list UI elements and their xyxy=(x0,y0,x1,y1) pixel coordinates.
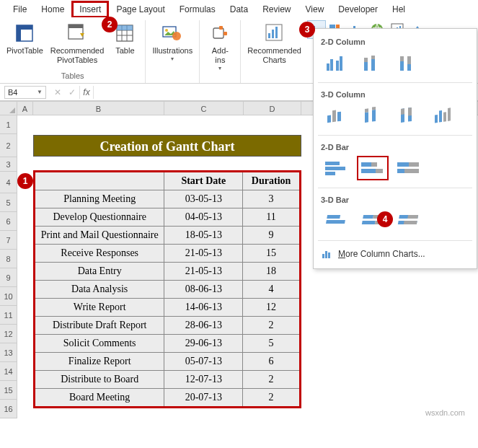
cell-start[interactable]: 21-05-13 xyxy=(164,263,243,281)
rec-charts-button[interactable]: Recommended Charts xyxy=(245,20,304,66)
select-all-button[interactable] xyxy=(0,102,17,115)
cell-dur[interactable]: 5 xyxy=(243,335,301,353)
chart-type-menu: 2-D Column 3-D Column 2-D Bar 4 3-D Bar … xyxy=(313,28,477,269)
cell-start[interactable]: 14-06-13 xyxy=(164,299,243,317)
cell-start[interactable]: 20-07-13 xyxy=(164,389,243,408)
addins-label: Add- ins xyxy=(212,46,229,65)
cell-task[interactable]: Develop Questionnaire xyxy=(35,208,164,227)
tab-insert[interactable]: Insert xyxy=(71,1,109,18)
cell-dur[interactable]: 3 xyxy=(243,190,301,208)
cell-task[interactable]: Solicit Comments xyxy=(35,335,164,353)
cell-task[interactable]: Distribute to Board xyxy=(35,371,164,389)
th-dur[interactable]: Duration xyxy=(243,172,301,190)
more-column-charts-button[interactable]: MMore Column Charts...ore Column Charts.… xyxy=(314,244,477,264)
cell-start[interactable]: 12-07-13 xyxy=(164,371,243,389)
clustered-column-option[interactable] xyxy=(321,50,353,75)
heading-3d-column: 3-D Column xyxy=(314,86,477,102)
illustrations-button[interactable]: Illustrations ▾ xyxy=(150,20,195,64)
cell-start[interactable]: 21-05-13 xyxy=(164,245,243,263)
tab-formulas[interactable]: Formulas xyxy=(172,1,223,17)
svg-point-12 xyxy=(165,29,168,32)
tab-review[interactable]: Review xyxy=(255,1,298,17)
tab-help[interactable]: Hel xyxy=(385,1,412,17)
cell-dur[interactable]: 18 xyxy=(243,263,301,281)
illustrations-label: Illustrations xyxy=(153,46,193,56)
tab-view[interactable]: View xyxy=(298,1,332,17)
pivottable-button[interactable]: PivotTable xyxy=(4,20,45,57)
group-tables-label: Tables xyxy=(4,70,141,83)
col-B[interactable]: B xyxy=(33,102,164,115)
cell-start[interactable]: 29-06-13 xyxy=(164,335,243,353)
cell-task[interactable]: Write Report xyxy=(35,299,164,317)
cell-task[interactable]: Data Analysis xyxy=(35,281,164,299)
cell-task[interactable]: Distribute Draft Report xyxy=(35,317,164,335)
cell-start[interactable]: 18-05-13 xyxy=(164,227,243,245)
svg-rect-16 xyxy=(223,32,227,35)
sheet-content: Creation of Gantt Chart Start Date Durat… xyxy=(33,115,301,408)
clustered-bar-option[interactable] xyxy=(321,156,353,180)
cell-dur[interactable]: 2 xyxy=(243,317,301,335)
table-row: Distribute Draft Report28-06-132 xyxy=(35,317,301,335)
fx-button[interactable]: fx xyxy=(79,86,94,99)
addins-button[interactable]: Add- ins ▾ xyxy=(204,20,236,74)
cell-task[interactable]: Board Meeting xyxy=(35,389,164,408)
cell-start[interactable]: 04-05-13 xyxy=(164,208,243,227)
cell-dur[interactable]: 4 xyxy=(243,281,301,299)
th-start[interactable]: Start Date xyxy=(164,172,243,190)
cell-dur[interactable]: 2 xyxy=(243,389,301,408)
group-tables: PivotTable Recommended PivotTables Table… xyxy=(0,20,146,83)
formula-cancel-icon: ✕ xyxy=(50,86,65,99)
cell-start[interactable]: 03-05-13 xyxy=(164,190,243,208)
svg-rect-73 xyxy=(404,169,419,173)
svg-rect-37 xyxy=(330,59,333,71)
tab-home[interactable]: Home xyxy=(34,1,71,17)
cell-task[interactable]: Planning Meeting xyxy=(35,190,164,208)
cell-dur[interactable]: 2 xyxy=(243,371,301,389)
col-D[interactable]: D xyxy=(244,102,301,115)
3d-stacked100-column-option[interactable] xyxy=(393,103,425,128)
svg-rect-78 xyxy=(362,221,376,224)
3d-clustered-bar-option[interactable] xyxy=(321,208,353,233)
cell-start[interactable]: 28-06-13 xyxy=(164,317,243,335)
svg-rect-66 xyxy=(361,162,371,167)
tab-developer[interactable]: Developer xyxy=(331,1,385,17)
cell-start[interactable]: 05-07-13 xyxy=(164,353,243,371)
3d-column-option[interactable] xyxy=(429,103,461,128)
cell-task[interactable]: Receive Responses xyxy=(35,245,164,263)
cell-dur[interactable]: 11 xyxy=(243,208,301,227)
svg-rect-36 xyxy=(327,63,329,71)
th-task[interactable] xyxy=(35,172,164,190)
tab-page-layout[interactable]: Page Layout xyxy=(109,1,172,17)
callout-3: 3 xyxy=(299,22,315,38)
name-box[interactable]: B4 ▼ xyxy=(4,86,46,99)
svg-point-13 xyxy=(172,32,181,40)
rec-pivot-button[interactable]: Recommended PivotTables xyxy=(48,20,107,66)
table-row: Write Report14-06-1312 xyxy=(35,299,301,317)
cell-dur[interactable]: 15 xyxy=(243,245,301,263)
cell-task[interactable]: Data Entry xyxy=(35,263,164,281)
svg-rect-18 xyxy=(268,33,270,38)
col-C[interactable]: C xyxy=(164,102,244,115)
cell-start[interactable]: 08-06-13 xyxy=(164,281,243,299)
stacked100-column-option[interactable] xyxy=(393,50,425,75)
svg-rect-68 xyxy=(361,169,376,173)
3d-stacked-column-option[interactable] xyxy=(357,103,389,128)
cell-task[interactable]: Finalize Report xyxy=(35,353,164,371)
cell-dur[interactable]: 6 xyxy=(243,353,301,371)
tab-data[interactable]: Data xyxy=(223,1,255,17)
svg-rect-43 xyxy=(371,56,375,59)
cell-dur[interactable]: 9 xyxy=(243,227,301,245)
stacked100-bar-option[interactable] xyxy=(393,156,425,180)
stacked-bar-option[interactable] xyxy=(357,156,389,180)
svg-rect-86 xyxy=(328,252,330,258)
addins-icon xyxy=(208,22,231,45)
cell-task[interactable]: Print and Mail Questionnaire xyxy=(35,227,164,245)
stacked-column-option[interactable] xyxy=(357,50,389,75)
svg-rect-53 xyxy=(372,110,376,122)
cell-dur[interactable]: 12 xyxy=(243,299,301,317)
tab-file[interactable]: File xyxy=(6,1,34,17)
3d-stacked100-bar-option[interactable] xyxy=(393,208,425,233)
3d-clustered-column-option[interactable] xyxy=(321,103,353,128)
col-A[interactable]: A xyxy=(17,102,33,115)
table-row: Print and Mail Questionnaire18-05-139 xyxy=(35,227,301,245)
